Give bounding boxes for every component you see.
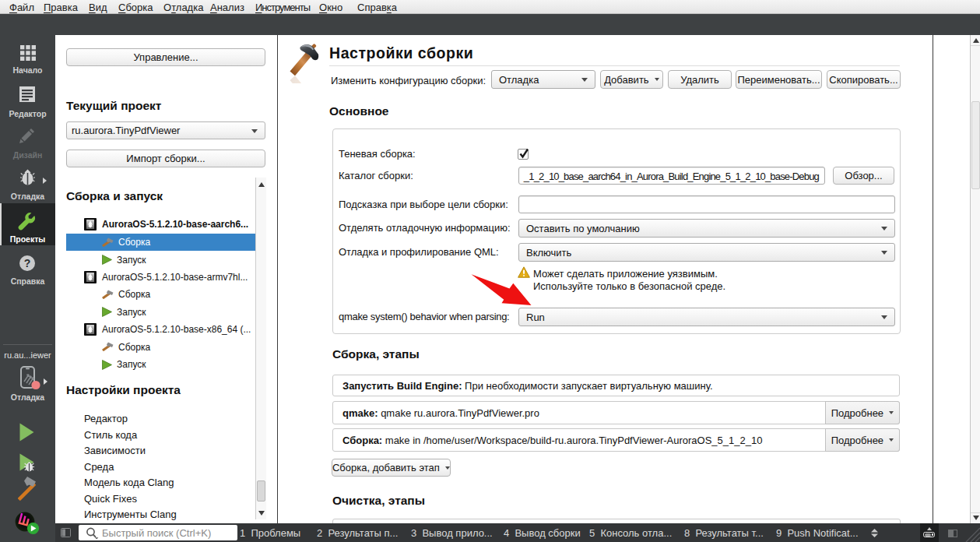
svg-text:?: ? [24,257,31,269]
